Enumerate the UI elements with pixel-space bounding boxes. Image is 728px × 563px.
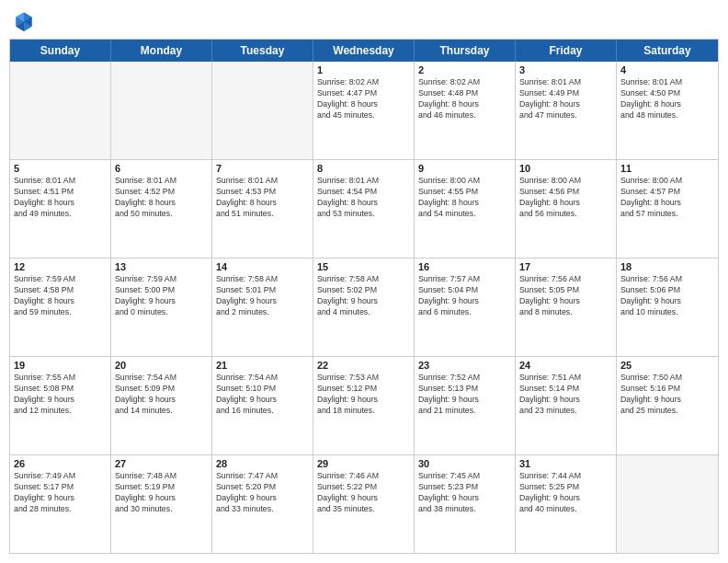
calendar-cell: 6Sunrise: 8:01 AM Sunset: 4:52 PM Daylig… — [111, 160, 212, 258]
day-info: Sunrise: 8:01 AM Sunset: 4:52 PM Dayligh… — [115, 176, 208, 220]
calendar-cell: 31Sunrise: 7:44 AM Sunset: 5:25 PM Dayli… — [516, 455, 617, 553]
day-info: Sunrise: 7:56 AM Sunset: 5:06 PM Dayligh… — [620, 274, 714, 318]
calendar-cell: 19Sunrise: 7:55 AM Sunset: 5:08 PM Dayli… — [10, 357, 111, 454]
page-container: SundayMondayTuesdayWednesdayThursdayFrid… — [0, 0, 728, 563]
day-number: 24 — [519, 360, 612, 371]
day-info: Sunrise: 7:50 AM Sunset: 5:16 PM Dayligh… — [620, 373, 714, 417]
day-number: 8 — [317, 163, 410, 174]
day-number: 13 — [115, 261, 208, 272]
weekday-header-sunday: Sunday — [10, 40, 111, 62]
day-number: 22 — [317, 360, 410, 371]
day-info: Sunrise: 7:45 AM Sunset: 5:23 PM Dayligh… — [418, 471, 511, 515]
logo-icon — [13, 9, 35, 31]
day-info: Sunrise: 7:56 AM Sunset: 5:05 PM Dayligh… — [519, 274, 612, 318]
calendar-week-5: 26Sunrise: 7:49 AM Sunset: 5:17 PM Dayli… — [10, 455, 718, 553]
day-number: 6 — [115, 163, 208, 174]
calendar-cell: 8Sunrise: 8:01 AM Sunset: 4:54 PM Daylig… — [313, 160, 415, 258]
calendar-cell: 20Sunrise: 7:54 AM Sunset: 5:09 PM Dayli… — [111, 357, 212, 454]
day-info: Sunrise: 7:53 AM Sunset: 5:12 PM Dayligh… — [317, 373, 410, 417]
day-number: 15 — [317, 261, 410, 272]
calendar-cell: 7Sunrise: 8:01 AM Sunset: 4:53 PM Daylig… — [212, 160, 313, 258]
calendar-cell: 18Sunrise: 7:56 AM Sunset: 5:06 PM Dayli… — [617, 259, 718, 356]
calendar-cell: 10Sunrise: 8:00 AM Sunset: 4:56 PM Dayli… — [516, 160, 617, 258]
day-number: 23 — [418, 360, 511, 371]
day-number: 11 — [620, 163, 714, 174]
day-info: Sunrise: 7:54 AM Sunset: 5:10 PM Dayligh… — [216, 373, 309, 417]
day-info: Sunrise: 7:48 AM Sunset: 5:19 PM Dayligh… — [115, 471, 208, 515]
calendar-cell: 25Sunrise: 7:50 AM Sunset: 5:16 PM Dayli… — [617, 357, 718, 454]
day-info: Sunrise: 7:59 AM Sunset: 4:58 PM Dayligh… — [14, 274, 107, 318]
calendar-cell: 24Sunrise: 7:51 AM Sunset: 5:14 PM Dayli… — [516, 357, 617, 454]
calendar-cell: 17Sunrise: 7:56 AM Sunset: 5:05 PM Dayli… — [516, 259, 617, 356]
calendar-cell: 28Sunrise: 7:47 AM Sunset: 5:20 PM Dayli… — [212, 455, 313, 553]
day-number: 12 — [14, 261, 107, 272]
calendar-cell — [617, 455, 718, 553]
day-info: Sunrise: 8:01 AM Sunset: 4:53 PM Dayligh… — [216, 176, 309, 220]
calendar-cell: 1Sunrise: 8:02 AM Sunset: 4:47 PM Daylig… — [313, 62, 415, 159]
day-number: 5 — [14, 163, 107, 174]
calendar-cell: 27Sunrise: 7:48 AM Sunset: 5:19 PM Dayli… — [111, 455, 212, 553]
day-number: 3 — [519, 64, 612, 75]
calendar-cell — [212, 62, 313, 159]
day-number: 27 — [115, 458, 208, 469]
day-number: 16 — [418, 261, 511, 272]
day-info: Sunrise: 8:00 AM Sunset: 4:55 PM Dayligh… — [418, 176, 511, 220]
calendar-week-2: 5Sunrise: 8:01 AM Sunset: 4:51 PM Daylig… — [10, 160, 718, 259]
day-number: 31 — [519, 458, 612, 469]
day-number: 17 — [519, 261, 612, 272]
day-info: Sunrise: 7:51 AM Sunset: 5:14 PM Dayligh… — [519, 373, 612, 417]
day-info: Sunrise: 8:01 AM Sunset: 4:51 PM Dayligh… — [14, 176, 107, 220]
day-info: Sunrise: 8:02 AM Sunset: 4:48 PM Dayligh… — [418, 77, 511, 121]
day-info: Sunrise: 8:02 AM Sunset: 4:47 PM Dayligh… — [317, 77, 410, 121]
day-info: Sunrise: 8:00 AM Sunset: 4:56 PM Dayligh… — [519, 176, 612, 220]
day-info: Sunrise: 7:57 AM Sunset: 5:04 PM Dayligh… — [418, 274, 511, 318]
weekday-header-wednesday: Wednesday — [313, 40, 415, 62]
calendar: SundayMondayTuesdayWednesdayThursdayFrid… — [9, 39, 719, 554]
day-number: 7 — [216, 163, 309, 174]
calendar-cell: 16Sunrise: 7:57 AM Sunset: 5:04 PM Dayli… — [415, 259, 516, 356]
calendar-week-3: 12Sunrise: 7:59 AM Sunset: 4:58 PM Dayli… — [10, 259, 718, 357]
day-number: 9 — [418, 163, 511, 174]
day-number: 21 — [216, 360, 309, 371]
calendar-cell: 12Sunrise: 7:59 AM Sunset: 4:58 PM Dayli… — [10, 259, 111, 356]
calendar-week-4: 19Sunrise: 7:55 AM Sunset: 5:08 PM Dayli… — [10, 357, 718, 455]
weekday-header-saturday: Saturday — [617, 40, 718, 62]
day-number: 28 — [216, 458, 309, 469]
day-number: 1 — [317, 64, 410, 75]
day-info: Sunrise: 8:00 AM Sunset: 4:57 PM Dayligh… — [620, 176, 714, 220]
day-number: 4 — [620, 64, 714, 75]
day-info: Sunrise: 7:59 AM Sunset: 5:00 PM Dayligh… — [115, 274, 208, 318]
calendar-cell: 9Sunrise: 8:00 AM Sunset: 4:55 PM Daylig… — [415, 160, 516, 258]
day-info: Sunrise: 8:01 AM Sunset: 4:49 PM Dayligh… — [519, 77, 612, 121]
day-info: Sunrise: 7:49 AM Sunset: 5:17 PM Dayligh… — [14, 471, 107, 515]
day-info: Sunrise: 7:47 AM Sunset: 5:20 PM Dayligh… — [216, 471, 309, 515]
day-info: Sunrise: 8:01 AM Sunset: 4:50 PM Dayligh… — [620, 77, 714, 121]
day-number: 26 — [14, 458, 107, 469]
calendar-cell: 4Sunrise: 8:01 AM Sunset: 4:50 PM Daylig… — [617, 62, 718, 159]
calendar-cell: 22Sunrise: 7:53 AM Sunset: 5:12 PM Dayli… — [313, 357, 415, 454]
calendar-cell — [111, 62, 212, 159]
day-info: Sunrise: 7:58 AM Sunset: 5:02 PM Dayligh… — [317, 274, 410, 318]
calendar-cell: 11Sunrise: 8:00 AM Sunset: 4:57 PM Dayli… — [617, 160, 718, 258]
day-info: Sunrise: 7:58 AM Sunset: 5:01 PM Dayligh… — [216, 274, 309, 318]
day-info: Sunrise: 8:01 AM Sunset: 4:54 PM Dayligh… — [317, 176, 410, 220]
calendar-cell: 14Sunrise: 7:58 AM Sunset: 5:01 PM Dayli… — [212, 259, 313, 356]
calendar-cell: 2Sunrise: 8:02 AM Sunset: 4:48 PM Daylig… — [415, 62, 516, 159]
day-number: 14 — [216, 261, 309, 272]
calendar-header: SundayMondayTuesdayWednesdayThursdayFrid… — [10, 40, 718, 62]
calendar-cell: 15Sunrise: 7:58 AM Sunset: 5:02 PM Dayli… — [313, 259, 415, 356]
day-number: 10 — [519, 163, 612, 174]
calendar-cell: 3Sunrise: 8:01 AM Sunset: 4:49 PM Daylig… — [516, 62, 617, 159]
calendar-week-1: 1Sunrise: 8:02 AM Sunset: 4:47 PM Daylig… — [10, 62, 718, 160]
logo — [13, 9, 39, 31]
page-header — [9, 9, 719, 31]
day-info: Sunrise: 7:54 AM Sunset: 5:09 PM Dayligh… — [115, 373, 208, 417]
calendar-cell: 29Sunrise: 7:46 AM Sunset: 5:22 PM Dayli… — [313, 455, 415, 553]
calendar-cell: 21Sunrise: 7:54 AM Sunset: 5:10 PM Dayli… — [212, 357, 313, 454]
weekday-header-tuesday: Tuesday — [212, 40, 313, 62]
weekday-header-friday: Friday — [516, 40, 617, 62]
day-number: 20 — [115, 360, 208, 371]
weekday-header-thursday: Thursday — [415, 40, 516, 62]
calendar-cell: 30Sunrise: 7:45 AM Sunset: 5:23 PM Dayli… — [415, 455, 516, 553]
calendar-cell — [10, 62, 111, 159]
